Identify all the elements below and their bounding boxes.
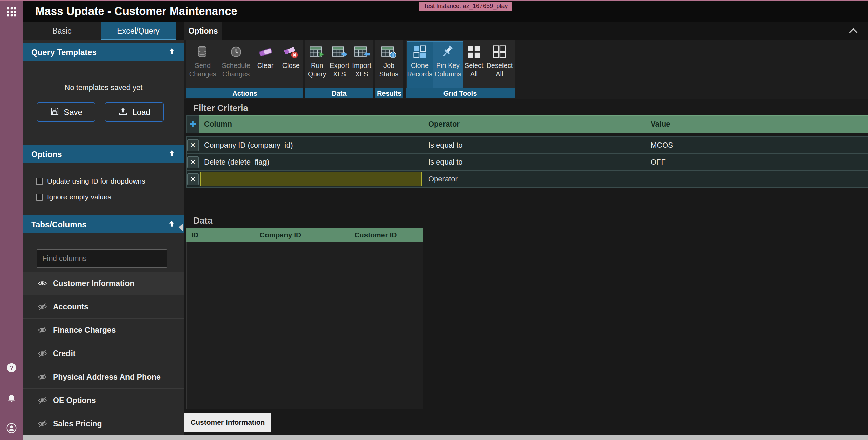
apps-grid-icon[interactable]: [6, 7, 17, 18]
button-label: Run Query: [307, 61, 328, 78]
select-all-button[interactable]: Select All: [463, 42, 485, 88]
list-item-credit[interactable]: Credit: [23, 342, 184, 365]
filter-column-cell[interactable]: Delete (delete_flag): [199, 154, 423, 171]
ribbon-tab-strip: [184, 22, 868, 40]
horizontal-scrollbar[interactable]: [23, 435, 868, 440]
button-label: Clone Records: [407, 61, 433, 78]
collapse-up-arrow-icon: [167, 47, 176, 58]
job-status-button[interactable]: Job Status: [376, 42, 401, 88]
load-button[interactable]: Load: [105, 102, 164, 122]
section-header-tabs-columns[interactable]: Tabs/Columns: [23, 215, 184, 233]
ribbon-group-data: Run Query Export XLS Import XLS Data: [305, 40, 373, 98]
svg-text:?: ?: [9, 364, 13, 371]
tab-basic[interactable]: Basic: [23, 22, 101, 40]
button-label: Import XLS: [351, 61, 372, 78]
save-icon: [50, 106, 60, 118]
save-button-label: Save: [64, 108, 82, 117]
account-icon[interactable]: [6, 423, 17, 435]
tabs-columns-title: Tabs/Columns: [31, 220, 87, 229]
filter-row: ✕ Operator: [186, 171, 868, 188]
add-filter-button[interactable]: +: [189, 118, 196, 130]
top-bar: Mass Update - Customer Maintenance Test …: [23, 0, 868, 22]
eye-hidden-icon[interactable]: [37, 302, 47, 312]
filter-header-row: + Column Operator Value: [186, 115, 868, 133]
sidebar: Basic Excel/Query Query Templates No tem…: [23, 22, 184, 440]
import-xls-button[interactable]: Import XLS: [351, 42, 372, 88]
data-header-selector[interactable]: [216, 228, 233, 242]
find-columns-input[interactable]: [37, 249, 167, 268]
filter-operator-cell[interactable]: Operator: [423, 171, 646, 188]
sidebar-collapse-handle[interactable]: [178, 223, 183, 233]
clear-button[interactable]: Clear: [255, 42, 276, 88]
filter-value-cell[interactable]: [646, 171, 868, 188]
data-header-customer-id[interactable]: Customer ID: [328, 228, 423, 242]
checkbox[interactable]: [36, 178, 43, 185]
tab-excel-query[interactable]: Excel/Query: [101, 22, 176, 40]
send-changes-button[interactable]: Send Changes: [188, 42, 217, 88]
section-header-options[interactable]: Options: [23, 145, 184, 163]
eye-hidden-icon[interactable]: [37, 372, 47, 382]
app-root: ? Mass Update - Customer Maintenance Tes…: [0, 0, 868, 440]
list-item-label: Customer Information: [53, 279, 134, 288]
data-section-title: Data: [193, 215, 212, 226]
export-xls-button[interactable]: Export XLS: [329, 42, 351, 88]
eye-hidden-icon[interactable]: [37, 348, 47, 359]
remove-filter-button[interactable]: ✕: [187, 139, 199, 151]
no-templates-message: No templates saved yet: [23, 83, 184, 92]
filter-operator-cell[interactable]: Is equal to: [423, 154, 646, 171]
filter-header-value: Value: [646, 115, 868, 133]
bottom-tab-customer-information[interactable]: Customer Information: [184, 413, 271, 432]
clone-records-button[interactable]: Clone Records: [407, 42, 433, 88]
load-button-label: Load: [132, 108, 150, 117]
list-item-finance-charges[interactable]: Finance Charges: [23, 319, 184, 342]
data-header-id[interactable]: ID: [186, 228, 216, 242]
list-item-accounts[interactable]: Accounts: [23, 295, 184, 319]
notifications-bell-icon[interactable]: [6, 394, 17, 405]
filter-value-cell[interactable]: OFF: [646, 154, 868, 171]
options-title: Options: [31, 150, 62, 159]
eye-hidden-icon[interactable]: [37, 395, 47, 405]
run-query-button[interactable]: Run Query: [307, 42, 328, 88]
filter-operator-cell[interactable]: Is equal to: [423, 137, 646, 154]
add-filter-cell: +: [186, 115, 199, 133]
select-all-grid-icon: [467, 44, 481, 60]
ribbon-tab-options[interactable]: Options: [184, 22, 222, 40]
section-header-query-templates[interactable]: Query Templates: [23, 43, 184, 61]
ribbon-collapse-chevron-icon[interactable]: [848, 27, 859, 36]
schedule-changes-button[interactable]: Schedule Changes: [219, 42, 253, 88]
filter-header-column: Column: [199, 115, 423, 133]
data-header-company-id[interactable]: Company ID: [233, 228, 328, 242]
help-icon[interactable]: ?: [6, 362, 17, 375]
checkbox[interactable]: [36, 194, 43, 201]
close-button[interactable]: Close: [279, 42, 302, 88]
left-rail: ?: [0, 0, 23, 440]
list-item-oe-options[interactable]: OE Options: [23, 389, 184, 412]
eye-visible-icon[interactable]: [37, 278, 47, 288]
columns-list: Customer Information Accounts Finance Ch…: [23, 272, 184, 436]
checkbox-ignore-empty[interactable]: Ignore empty values: [36, 193, 111, 201]
save-button[interactable]: Save: [37, 102, 95, 122]
pin-key-columns-button[interactable]: Pin Key Columns: [433, 42, 463, 88]
checkbox-update-using-id[interactable]: Update using ID for dropdowns: [36, 177, 145, 185]
filter-value-cell[interactable]: MCOS: [646, 137, 868, 154]
ribbon-group-results: Job Status Results: [375, 40, 403, 98]
eye-hidden-icon[interactable]: [37, 419, 47, 429]
list-item-sales-pricing[interactable]: Sales Pricing: [23, 412, 184, 436]
filter-rows: ✕ Company ID (company_id) Is equal to MC…: [186, 136, 868, 188]
button-label: Pin Key Columns: [433, 61, 463, 78]
filter-column-cell[interactable]: Company ID (company_id): [199, 137, 423, 154]
job-status-table-icon: [381, 44, 397, 60]
eye-hidden-icon[interactable]: [37, 325, 47, 335]
list-item-physical-address[interactable]: Physical Address And Phone: [23, 365, 184, 389]
ribbon-group-actions: Send Changes Schedule Changes Clear Clos…: [186, 40, 303, 98]
deselect-all-button[interactable]: Deselect All: [485, 42, 514, 88]
button-label: Schedule Changes: [219, 61, 253, 78]
data-grid-body: [186, 242, 423, 409]
list-item-customer-information[interactable]: Customer Information: [23, 272, 184, 295]
button-label: Job Status: [376, 61, 401, 78]
filter-column-edit-input[interactable]: [200, 172, 422, 186]
eraser-icon: [258, 44, 273, 60]
remove-filter-button[interactable]: ✕: [187, 156, 199, 168]
remove-filter-button[interactable]: ✕: [187, 173, 199, 185]
top-accent-line: [0, 0, 868, 1]
